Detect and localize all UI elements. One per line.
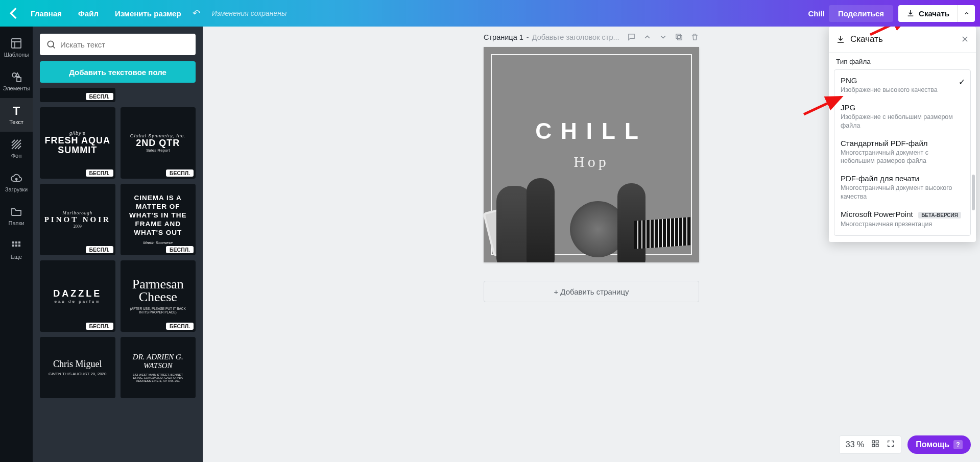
page-down-icon[interactable] [659,33,667,41]
delete-page-icon[interactable] [690,33,699,41]
filetype-name: PDF-файл для печати [841,174,964,183]
text-template[interactable]: gilby's FRESH AQUA SUMMIT БЕСПЛ. [40,107,115,179]
svg-point-9 [47,41,54,47]
filetype-option-png[interactable]: PNG Изображение высокого качества ✓ [834,72,970,99]
saved-status: Изменения сохранены [212,9,287,17]
text-template[interactable]: DR. ADRIEN G. WATSON 142 WEST MAIN STREE… [121,337,196,398]
grid-view-icon[interactable] [871,440,879,450]
rail-text[interactable]: Текст [0,98,33,132]
rail-templates-label: Шаблоны [4,52,29,58]
rail-templates[interactable]: Шаблоны [0,31,33,64]
text-template[interactable]: Global Symmetry, Inc. 2ND QTR Sales Repo… [121,107,196,179]
filetype-desc: Изображение с небольшим размером файла [841,113,964,130]
rail-background[interactable]: Фон [0,132,33,165]
rail-folders-label: Папки [9,220,25,226]
svg-rect-2 [17,78,21,82]
svg-rect-4 [15,241,17,244]
rail-more[interactable]: Ещё [0,233,33,266]
filetype-option-jpg[interactable]: JPG Изображение с небольшим размером фай… [834,99,970,135]
filetype-desc: Многостраничный документ с небольшим раз… [841,149,964,165]
template-line: Chris Miguel [53,359,102,370]
template-line: eau de parfum [54,299,101,304]
share-button[interactable]: Поделиться [829,5,893,22]
filetype-desc: Многостраничный документ высокого качест… [841,184,964,201]
template-list[interactable]: БЕСПЛ. gilby's FRESH AQUA SUMMIT БЕСПЛ. … [40,88,196,462]
popover-scrollbar[interactable] [972,57,975,238]
help-button[interactable]: Помощь ? [907,435,971,454]
help-icon: ? [953,440,963,449]
svg-rect-11 [676,34,681,39]
check-icon: ✓ [959,77,965,87]
filetype-option-pptx[interactable]: Microsoft PowerPoint БЕТА-ВЕРСИЯ Многост… [834,206,970,233]
svg-rect-6 [12,245,14,247]
artboard-image [484,173,699,262]
artboard[interactable]: CHILL Hop [484,47,699,262]
svg-rect-14 [872,444,875,447]
filetype-option-pdf-print[interactable]: PDF-файл для печати Многостраничный доку… [834,170,970,206]
duplicate-page-icon[interactable] [675,33,683,41]
rail-more-label: Ещё [11,254,22,260]
menu-resize[interactable]: Изменить размер [107,9,189,18]
svg-rect-5 [18,241,20,244]
rail-uploads[interactable]: Загрузки [0,165,33,199]
fullscreen-icon[interactable] [887,440,895,450]
svg-rect-15 [876,444,879,447]
top-bar: Главная Файл Изменить размер ↶ Изменения… [0,0,980,27]
free-badge: БЕСПЛ. [86,169,113,177]
back-button[interactable] [5,5,22,22]
page-up-icon[interactable] [643,33,652,41]
template-line: Global Symmetry, Inc. [130,133,186,138]
filetype-name: Microsoft PowerPoint [841,210,913,218]
free-badge: БЕСПЛ. [86,93,113,100]
filetype-desc: Многостраничная презентация [841,220,964,228]
download-button-group: Скачать [898,5,975,22]
text-template[interactable]: Marlborough PINOT NOIR 2009 БЕСПЛ. [40,184,115,255]
artboard-title[interactable]: CHILL [484,118,699,144]
text-template[interactable]: Parmesan Cheese (AFTER USE, PLEASE PUT I… [121,260,196,332]
artboard-subtitle[interactable]: Hop [484,153,699,171]
menu-file[interactable]: Файл [70,9,107,18]
rail-elements[interactable]: Элементы [0,64,33,98]
menu-home[interactable]: Главная [22,9,70,18]
template-line: FRESH AQUA SUMMIT [45,136,110,155]
page-title-placeholder[interactable]: Добавьте заголовок стр... [532,33,619,41]
add-page-button[interactable]: + Добавить страницу [484,281,699,302]
text-template[interactable]: DAZZLE eau de parfum БЕСПЛ. [40,260,115,332]
notes-icon[interactable] [627,33,636,41]
template-line: Parmesan Cheese [132,278,184,303]
rail-folders[interactable]: Папки [0,199,33,233]
template-line: 2ND QTR [136,138,180,148]
free-badge: БЕСПЛ. [86,323,113,330]
rail-background-label: Фон [11,153,22,159]
text-template[interactable]: Chris Miguel GIVEN THIS AUGUST 20, 2020 [40,337,115,398]
template-line: GIVEN THIS AUGUST 20, 2020 [49,372,107,376]
project-name[interactable]: Chill [808,9,825,18]
text-template[interactable]: CINEMA IS A MATTER OF WHAT'S IN THE FRAM… [121,184,196,255]
rail-text-label: Текст [9,119,23,125]
close-icon[interactable]: ✕ [961,34,969,45]
svg-rect-12 [872,441,875,443]
filetype-label: Тип файла [829,53,976,67]
page-number: Страница 1 [484,33,523,41]
add-text-button[interactable]: Добавить текстовое поле [40,61,196,83]
svg-rect-7 [15,245,17,247]
undo-button[interactable]: ↶ [193,8,207,19]
help-label: Помощь [916,440,949,449]
download-popover: Скачать ✕ Тип файла PNG Изображение высо… [829,27,976,242]
filetype-option-pdf-standard[interactable]: Стандартный PDF-файл Многостраничный док… [834,135,970,171]
svg-rect-13 [876,441,879,443]
template-line: Marlborough [62,210,92,215]
template-line: DR. ADRIEN G. WATSON [133,353,183,370]
search-input[interactable] [40,34,196,55]
template-line: Sales Report [146,148,170,153]
free-badge: БЕСПЛ. [86,246,113,253]
zoom-value[interactable]: 33 % [846,440,864,449]
download-caret[interactable] [958,5,975,22]
template-line: PINOT NOIR [44,215,111,224]
download-button[interactable]: Скачать [898,5,958,22]
rail-uploads-label: Загрузки [5,186,28,192]
beta-badge: БЕТА-ВЕРСИЯ [918,212,961,218]
filetype-name: PNG [841,76,964,85]
svg-rect-8 [18,245,20,247]
text-template[interactable]: БЕСПЛ. [40,88,115,102]
